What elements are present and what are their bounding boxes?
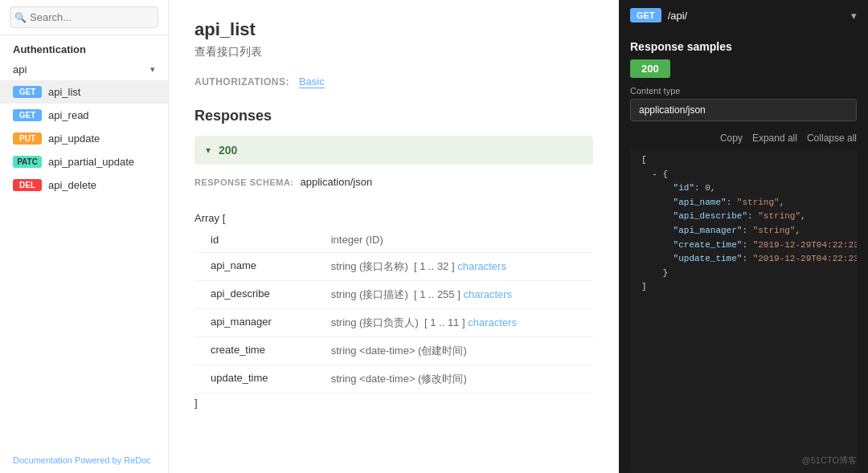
field-name: api_name (194, 253, 328, 281)
table-row: update_time string <date-time> (修改时间) (194, 365, 593, 393)
table-row: api_describe string (接口描述) [ 1 .. 255 ] … (194, 281, 593, 309)
sidebar-item-label: api_read (48, 109, 89, 121)
right-panel-inner: Response samples 200 Content type Copy E… (619, 31, 868, 473)
table-row: create_time string <date-time> (创建时间) (194, 337, 593, 365)
authorizations-row: AUTHORIZATIONS: Basic (194, 75, 593, 88)
sidebar-item-label: api_partial_update (48, 156, 134, 168)
sidebar-item-label: api_delete (48, 179, 96, 191)
content-type-input[interactable] (630, 99, 857, 121)
field-name: id (194, 227, 328, 253)
method-badge-patch: PATC (13, 156, 42, 168)
sidebar-item-api-list[interactable]: GET api_list (0, 80, 168, 104)
method-badge-delete: DEL (13, 179, 42, 191)
field-name: update_time (194, 365, 328, 393)
search-icon: 🔍 (14, 12, 27, 23)
table-row: api_manager string (接口负责人) [ 1 .. 11 ] c… (194, 309, 593, 337)
characters-link[interactable]: characters (457, 260, 506, 272)
field-type: string <date-time> (修改时间) (328, 365, 593, 393)
chevron-down-icon: ▾ (150, 64, 155, 75)
api-subtitle: 查看接口列表 (194, 45, 593, 59)
array-end: ] (194, 393, 593, 412)
schema-table: id integer (ID) api_name string (接口名称) [… (194, 227, 593, 393)
method-badge-get: GET (13, 86, 42, 98)
main-content: api_list 查看接口列表 AUTHORIZATIONS: Basic Re… (169, 0, 619, 473)
content-type-section: Content type (619, 86, 868, 128)
expand-all-button[interactable]: Expand all (752, 133, 797, 144)
field-type: string (接口名称) [ 1 .. 32 ] characters (328, 253, 593, 281)
characters-link[interactable]: characters (468, 316, 517, 328)
status-tabs: 200 (619, 59, 868, 86)
response-code: 200 (219, 144, 237, 157)
api-group[interactable]: api ▾ (0, 59, 168, 80)
auth-link[interactable]: Basic (299, 75, 325, 88)
field-type: string <date-time> (创建时间) (328, 337, 593, 365)
responses-title: Responses (194, 108, 593, 124)
watermark: @51CTO博客 (802, 455, 857, 467)
sidebar: 🔍 Authentication api ▾ GET api_list GET … (0, 0, 169, 473)
table-row: id integer (ID) (194, 227, 593, 253)
right-panel: GET /api/ ▾ Response samples 200 Content… (619, 0, 868, 473)
status-tab-200[interactable]: 200 (630, 59, 670, 78)
sidebar-footer[interactable]: Documentation Powered by ReDoc (0, 447, 168, 473)
field-name: api_describe (194, 281, 328, 309)
field-type: string (接口描述) [ 1 .. 255 ] characters (328, 281, 593, 309)
json-actions: Copy Expand all Collapse all (619, 128, 868, 149)
endpoint-method-badge: GET (630, 8, 661, 22)
auth-section: Authentication (0, 35, 168, 59)
copy-button[interactable]: Copy (720, 133, 743, 144)
field-name: create_time (194, 337, 328, 365)
field-name: api_manager (194, 309, 328, 337)
endpoint-path: /api/ (668, 10, 845, 22)
characters-link[interactable]: characters (463, 288, 512, 300)
response-samples-title: Response samples (619, 31, 868, 59)
response-row-200[interactable]: ▾ 200 (194, 136, 593, 165)
field-type: integer (ID) (328, 227, 593, 253)
method-badge-get: GET (13, 109, 42, 121)
collapse-all-button[interactable]: Collapse all (807, 133, 857, 144)
sidebar-item-api-delete[interactable]: DEL api_delete (0, 173, 168, 197)
chevron-down-icon: ▾ (206, 145, 211, 156)
api-title: api_list (194, 19, 593, 40)
table-row: api_name string (接口名称) [ 1 .. 32 ] chara… (194, 253, 593, 281)
sidebar-item-api-update[interactable]: PUT api_update (0, 127, 168, 150)
array-start: Array [ (194, 209, 593, 227)
sidebar-item-api-read[interactable]: GET api_read (0, 104, 168, 127)
endpoint-bar: GET /api/ ▾ (619, 0, 868, 31)
schema-value: application/json (301, 176, 373, 188)
schema-label: RESPONSE SCHEMA: (194, 177, 294, 187)
auth-label: AUTHORIZATIONS: (194, 76, 289, 88)
content-type-label: Content type (630, 86, 857, 96)
method-badge-put: PUT (13, 133, 42, 145)
json-code: [ - { "id": 0, "api_name": "string", "ap… (630, 149, 857, 473)
sidebar-item-label: api_list (48, 86, 80, 98)
field-type: string (接口负责人) [ 1 .. 11 ] characters (328, 309, 593, 337)
search-bar: 🔍 (0, 0, 168, 35)
sidebar-item-label: api_update (48, 133, 100, 145)
sidebar-item-api-partial-update[interactable]: PATC api_partial_update (0, 150, 168, 173)
search-input[interactable] (10, 6, 158, 28)
chevron-down-icon[interactable]: ▾ (851, 10, 857, 22)
